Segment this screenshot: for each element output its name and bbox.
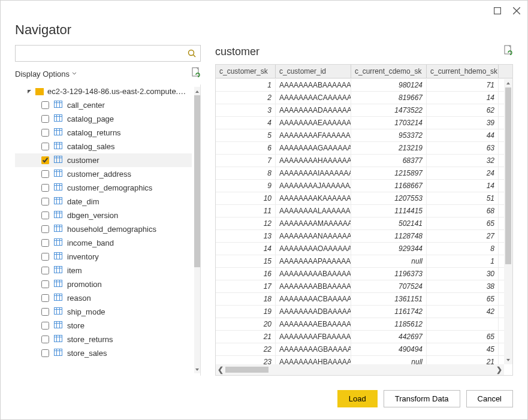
scroll-left-arrow-icon[interactable]: ❮ xyxy=(216,365,225,374)
table-checkbox[interactable] xyxy=(41,267,49,274)
search-input[interactable] xyxy=(16,46,183,61)
close-icon[interactable] xyxy=(513,6,520,17)
tree-table-item[interactable]: store_returns xyxy=(15,333,192,346)
table-checkbox[interactable] xyxy=(41,322,49,330)
transform-data-button[interactable]: Transform Data xyxy=(384,390,460,407)
cell-customer-sk: 4 xyxy=(216,117,276,129)
table-icon xyxy=(54,280,62,289)
cancel-button[interactable]: Cancel xyxy=(466,390,513,407)
column-header[interactable]: c_current_cdemo_sk xyxy=(351,65,427,78)
table-checkbox[interactable] xyxy=(41,143,49,150)
scroll-down-arrow-icon[interactable] xyxy=(504,356,512,364)
table-checkbox[interactable] xyxy=(41,308,49,316)
tree-table-item[interactable]: promotion xyxy=(15,277,192,291)
table-checkbox[interactable] xyxy=(41,239,49,247)
table-checkbox[interactable] xyxy=(41,101,49,109)
tree-table-item[interactable]: ship_mode xyxy=(15,305,192,319)
table-checkbox[interactable] xyxy=(41,336,49,343)
table-checkbox[interactable] xyxy=(41,115,49,123)
table-checkbox[interactable] xyxy=(41,170,49,178)
cell-customer-id: AAAAAAAABAAAAAAA xyxy=(276,79,351,91)
table-checkbox[interactable] xyxy=(41,280,49,288)
table-checkbox[interactable] xyxy=(41,156,49,164)
tree-table-item[interactable]: date_dim xyxy=(15,195,192,209)
tree-table-item[interactable]: catalog_returns xyxy=(15,126,192,140)
grid-scroll-thumb-v[interactable] xyxy=(505,87,511,264)
tree-root-node[interactable]: ec2-3-129-148-86.us-east-2.compute.amaz… xyxy=(15,84,192,98)
table-row[interactable]: 19AAAAAAAADBAAAAAA116174242 xyxy=(216,306,504,318)
table-row[interactable]: 17AAAAAAAABBAAAAAA70752438 xyxy=(216,280,504,293)
table-row[interactable]: 6AAAAAAAAGAAAAAAA21321963 xyxy=(216,142,504,155)
tree-table-item[interactable]: inventory xyxy=(15,250,192,264)
scroll-down-arrow-icon[interactable] xyxy=(194,364,200,374)
table-row[interactable]: 23AAAAAAAAHBAAAAAAnull21 xyxy=(216,356,504,364)
refresh-icon[interactable] xyxy=(191,67,201,80)
table-row[interactable]: 7AAAAAAAAHAAAAAAA6837732 xyxy=(216,155,504,167)
table-row[interactable]: 4AAAAAAAAEAAAAAAA170321439 xyxy=(216,117,504,129)
table-row[interactable]: 10AAAAAAAAKAAAAAAA120755351 xyxy=(216,192,504,205)
table-row[interactable]: 21AAAAAAAAFBAAAAAA44269765 xyxy=(216,331,504,343)
tree-table-item[interactable]: store_sales xyxy=(15,346,192,360)
tree-scrollbar[interactable] xyxy=(194,87,200,373)
table-checkbox[interactable] xyxy=(41,349,49,357)
cell-customer-sk: 20 xyxy=(216,318,276,330)
tree-scroll-thumb[interactable] xyxy=(194,95,200,267)
display-options-dropdown[interactable]: Display Options xyxy=(15,70,77,78)
table-checkbox[interactable] xyxy=(41,294,49,302)
tree-table-item[interactable]: customer_address xyxy=(15,167,192,181)
tree-table-item[interactable]: item xyxy=(15,264,192,277)
table-row[interactable]: 9AAAAAAAAJAAAAAAA116866714 xyxy=(216,180,504,192)
table-checkbox[interactable] xyxy=(41,198,49,206)
table-row[interactable]: 11AAAAAAAALAAAAAAA111441568 xyxy=(216,205,504,217)
table-row[interactable]: 1AAAAAAAABAAAAAAA98012471 xyxy=(216,79,504,92)
tree-table-item[interactable]: call_center xyxy=(15,98,192,112)
cell-customer-id: AAAAAAAAOAAAAAAA xyxy=(276,243,351,255)
grid-scrollbar-vertical[interactable] xyxy=(504,79,512,364)
tree-table-item[interactable]: dbgen_version xyxy=(15,209,192,222)
tree-table-item[interactable]: store xyxy=(15,319,192,333)
cell-hdemo-sk: 65 xyxy=(427,217,499,229)
scroll-up-arrow-icon[interactable] xyxy=(504,79,512,87)
scroll-right-arrow-icon[interactable]: ❯ xyxy=(494,365,504,374)
table-checkbox[interactable] xyxy=(41,129,49,137)
table-row[interactable]: 12AAAAAAAAMAAAAAAA50214165 xyxy=(216,217,504,230)
search-icon[interactable] xyxy=(183,46,200,61)
tree-table-item[interactable]: income_band xyxy=(15,236,192,250)
table-checkbox[interactable] xyxy=(41,211,49,219)
tree-table-item[interactable]: catalog_page xyxy=(15,112,192,126)
table-checkbox[interactable] xyxy=(41,253,49,261)
table-icon xyxy=(54,128,62,137)
table-label: reason xyxy=(67,294,91,303)
search-box[interactable] xyxy=(15,45,201,62)
cell-cdemo-sk: null xyxy=(351,356,427,364)
table-row[interactable]: 22AAAAAAAAGBAAAAAA49049445 xyxy=(216,343,504,356)
table-row[interactable]: 2AAAAAAAACAAAAAAA81966714 xyxy=(216,92,504,104)
tree-table-item[interactable]: customer_demographics xyxy=(15,181,192,195)
table-row[interactable]: 13AAAAAAAANAAAAAAA112874827 xyxy=(216,230,504,243)
table-row[interactable]: 20AAAAAAAAEBAAAAAA1185612 xyxy=(216,318,504,331)
column-header[interactable]: c_customer_sk xyxy=(216,65,276,78)
table-icon xyxy=(54,335,62,344)
tree-table-item[interactable]: reason xyxy=(15,291,192,305)
table-row[interactable]: 3AAAAAAAADAAAAAAA147352262 xyxy=(216,104,504,117)
grid-scrollbar-horizontal[interactable]: ❮ ❯ xyxy=(216,364,504,375)
table-row[interactable]: 8AAAAAAAAIAAAAAAA121589724 xyxy=(216,167,504,180)
table-checkbox[interactable] xyxy=(41,225,49,233)
cell-hdemo-sk: 1 xyxy=(427,255,499,267)
table-row[interactable]: 16AAAAAAAAABAAAAAA119637330 xyxy=(216,268,504,280)
maximize-icon[interactable] xyxy=(494,6,501,17)
column-header[interactable]: c_customer_id xyxy=(276,65,351,78)
column-header[interactable]: c_current_hdemo_sk xyxy=(427,65,499,78)
cell-cdemo-sk: 1207553 xyxy=(351,192,427,204)
table-row[interactable]: 15AAAAAAAAPAAAAAAAnull1 xyxy=(216,255,504,268)
table-checkbox[interactable] xyxy=(41,184,49,192)
tree-table-item[interactable]: household_demographics xyxy=(15,222,192,236)
preview-options-icon[interactable] xyxy=(503,45,513,58)
table-row[interactable]: 14AAAAAAAAOAAAAAAA9293448 xyxy=(216,243,504,255)
tree-table-item[interactable]: catalog_sales xyxy=(15,140,192,153)
table-row[interactable]: 5AAAAAAAAFAAAAAAA95337244 xyxy=(216,129,504,142)
tree-table-item[interactable]: customer xyxy=(15,153,192,167)
table-row[interactable]: 18AAAAAAAACBAAAAAA136115165 xyxy=(216,293,504,306)
load-button[interactable]: Load xyxy=(337,390,378,407)
grid-scroll-thumb-h[interactable] xyxy=(225,367,268,373)
